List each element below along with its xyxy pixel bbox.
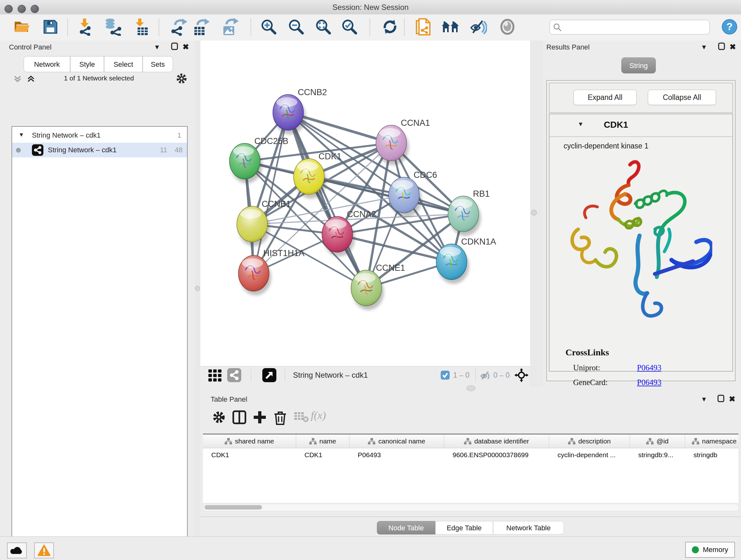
zoom-in-icon[interactable] (260, 18, 277, 37)
column-header-shared-name[interactable]: shared name (203, 435, 296, 448)
add-column-icon[interactable] (253, 410, 267, 426)
export-table-icon[interactable] (193, 18, 210, 37)
scrollbar-thumb[interactable] (205, 505, 262, 509)
search-input[interactable] (564, 21, 705, 32)
undock-panel-icon[interactable] (718, 395, 724, 404)
expand-all-networks-icon[interactable] (26, 74, 36, 84)
search-icon (553, 23, 562, 33)
horizontal-splitter-handle[interactable] (467, 385, 475, 391)
import-network-file-icon[interactable] (77, 18, 94, 37)
export-image-icon[interactable] (222, 18, 239, 37)
tab-sets[interactable]: Sets (143, 56, 173, 72)
node-CDC25B[interactable]: CDC25B (229, 136, 288, 183)
close-panel-icon[interactable]: ✖ (183, 43, 189, 51)
grid-view-icon[interactable] (208, 369, 222, 383)
column-type-icon (464, 438, 472, 445)
zoom-fit-icon[interactable] (315, 18, 332, 37)
network-collection-row[interactable]: ▼ String Network – cdk1 1 (12, 128, 187, 143)
right-splitter[interactable] (530, 41, 542, 387)
section-collapse-icon[interactable]: ▼ (578, 121, 584, 128)
gear-icon[interactable] (212, 410, 226, 426)
crosslink-link[interactable]: P06493 (637, 378, 661, 387)
table-cell[interactable]: CDK1 (203, 448, 296, 462)
node-label-CCNA2: CCNA2 (347, 209, 376, 219)
zoom-out-icon[interactable] (288, 18, 305, 37)
export-network-icon[interactable] (171, 18, 188, 37)
columns-icon[interactable] (232, 410, 246, 426)
tab-select[interactable]: Select (104, 56, 143, 72)
save-session-icon[interactable] (43, 19, 58, 36)
table-cell[interactable]: stringdb:9... (630, 448, 685, 462)
left-splitter[interactable] (195, 41, 200, 537)
network-canvas[interactable]: CCNB2CCNA1CDC25BCDK1CDC6RB1CCNB1CCNA2CDK… (200, 41, 530, 366)
column-header-description[interactable]: description (549, 435, 630, 448)
tab-edge-table[interactable]: Edge Table (435, 521, 493, 535)
import-network-database-icon[interactable] (105, 18, 123, 37)
tab-network-table[interactable]: Network Table (493, 521, 564, 535)
gene-section-header[interactable]: ▼ CDK1 (549, 114, 732, 137)
collection-expander-icon[interactable]: ▼ (18, 127, 24, 142)
close-panel-icon[interactable]: ✖ (730, 43, 736, 51)
column-header-canonical-name[interactable]: canonical name (349, 435, 444, 448)
node-RB1[interactable]: RB1 (448, 189, 490, 236)
left-splitter-handle[interactable] (195, 286, 200, 291)
horizontal-splitter[interactable] (200, 384, 530, 393)
tab-style[interactable]: Style (70, 56, 104, 72)
close-panel-icon[interactable]: ✖ (729, 395, 735, 403)
node-CDKN1A[interactable]: CDKN1A (436, 237, 496, 284)
share-view-icon[interactable] (227, 368, 241, 382)
function-builder-icon[interactable]: f(x) (311, 409, 326, 422)
right-splitter-handle[interactable] (531, 210, 537, 215)
column-header-namespace[interactable]: namespace (685, 435, 741, 448)
network-options-gear-icon[interactable] (176, 72, 188, 86)
table-horizontal-scrollbar[interactable] (203, 504, 739, 511)
toolbar-separator (251, 368, 251, 382)
control-panel: Control Panel ▾ ✖ Network Style Select S… (0, 41, 195, 537)
refresh-icon[interactable] (382, 18, 398, 37)
reset-zoom-crosshair-icon[interactable] (515, 368, 529, 383)
help-icon[interactable]: ? (722, 19, 738, 36)
float-panel-icon[interactable]: ▾ (702, 43, 706, 51)
delete-column-icon[interactable] (273, 410, 287, 427)
table-cell[interactable]: P06493 (349, 448, 444, 462)
table-cell[interactable]: cyclin-dependent ... (549, 448, 630, 462)
tab-network[interactable]: Network (23, 56, 70, 72)
node-CCNA1[interactable]: CCNA1 (376, 118, 430, 165)
home-network-icon[interactable] (441, 19, 460, 36)
undock-panel-icon[interactable] (171, 43, 178, 52)
document-share-icon[interactable] (415, 17, 432, 37)
tab-string[interactable]: String (621, 57, 656, 73)
tab-node-table[interactable]: Node Table (377, 521, 435, 535)
column-header-database-identifier[interactable]: database identifier (444, 435, 549, 448)
table-cell[interactable]: 9606.ENSP00000378699 (444, 448, 549, 462)
hidden-eye-icon[interactable] (480, 370, 491, 382)
crosslink-link[interactable]: P06493 (637, 363, 661, 372)
table-cell[interactable]: CDK1 (296, 448, 349, 462)
collapse-all-networks-icon[interactable] (13, 74, 22, 84)
open-in-window-icon[interactable] (262, 368, 276, 382)
edge-CCNB2-CCNE1[interactable] (288, 112, 366, 288)
open-session-icon[interactable] (14, 20, 30, 35)
delete-table-icon[interactable] (293, 410, 309, 424)
collapse-all-button[interactable]: Collapse All (648, 90, 716, 105)
float-panel-icon[interactable]: ▾ (155, 43, 159, 51)
node-HIST1H1A[interactable]: HIST1H1A (239, 248, 305, 295)
memory-button[interactable]: Memory (685, 542, 735, 558)
float-panel-icon[interactable]: ▾ (702, 395, 706, 403)
show-hide-icon[interactable] (470, 19, 487, 36)
network-graph[interactable]: CCNB2CCNA1CDC25BCDK1CDC6RB1CCNB1CCNA2CDK… (200, 41, 530, 366)
column-header--id[interactable]: @id (630, 435, 685, 448)
detail-orb-icon[interactable] (499, 19, 515, 36)
crosslink-row: Uniprot:P06493 (549, 363, 732, 378)
expand-all-button[interactable]: Expand All (574, 90, 636, 105)
network-row[interactable]: String Network – cdk1 11 48 (12, 143, 187, 158)
column-header-name[interactable]: name (296, 435, 349, 448)
selected-checkbox-icon[interactable] (441, 370, 450, 381)
warning-status-button[interactable] (34, 543, 54, 558)
table-cell[interactable]: stringdb (685, 448, 741, 462)
import-table-icon[interactable] (134, 18, 150, 37)
zoom-selected-icon[interactable] (341, 18, 358, 37)
undock-panel-icon[interactable] (718, 43, 725, 52)
node-CCNB2[interactable]: CCNB2 (273, 87, 327, 134)
cloud-status-button[interactable] (7, 543, 27, 558)
